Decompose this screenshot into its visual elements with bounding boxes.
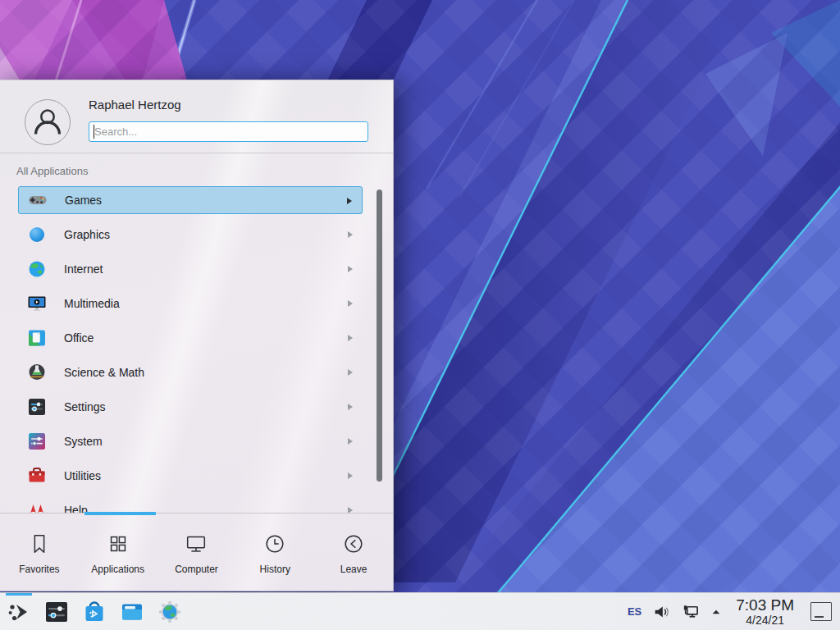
clock-time: 7:03 PM xyxy=(736,597,794,613)
app-category-system[interactable]: System xyxy=(18,427,363,455)
taskbar: ES 7:03 PM 4/24/21 xyxy=(0,592,840,630)
submenu-arrow-icon xyxy=(348,266,353,272)
digital-clock[interactable]: 7:03 PM 4/24/21 xyxy=(736,597,794,626)
kde-launcher-icon xyxy=(6,599,32,625)
tab-applications[interactable]: Applications xyxy=(79,514,158,592)
launcher-header: Raphael Hertzog xyxy=(0,80,393,153)
app-category-multimedia[interactable]: Multimedia xyxy=(18,290,363,317)
search-input[interactable] xyxy=(89,121,368,142)
browser-icon xyxy=(157,599,183,625)
tab-label: Favorites xyxy=(19,564,59,575)
taskbar-application-launcher[interactable] xyxy=(0,593,38,630)
app-category-office[interactable]: Office xyxy=(18,324,363,352)
keyboard-layout-indicator[interactable]: ES xyxy=(628,605,641,618)
section-label: All Applications xyxy=(16,165,88,177)
multimedia-icon xyxy=(27,294,47,313)
text-caret xyxy=(94,125,94,139)
app-category-label: Office xyxy=(64,331,94,345)
tab-label: Computer xyxy=(175,564,218,575)
submenu-arrow-icon xyxy=(348,300,353,307)
system-icon xyxy=(27,431,47,451)
user-name: Raphael Hertzog xyxy=(89,98,181,112)
app-category-label: System xyxy=(64,435,103,448)
history-icon xyxy=(262,532,287,556)
favorites-icon xyxy=(27,532,52,556)
submenu-arrow-icon xyxy=(348,507,353,513)
application-launcher-popup: Raphael Hertzog All Applications GamesGr… xyxy=(0,80,394,591)
app-category-label: Internet xyxy=(64,262,103,276)
internet-icon xyxy=(27,259,47,279)
app-category-graphics[interactable]: Graphics xyxy=(18,221,363,249)
submenu-arrow-icon xyxy=(348,438,353,445)
volume-icon[interactable] xyxy=(652,603,670,621)
tab-label: Leave xyxy=(340,564,368,575)
tab-leave[interactable]: Leave xyxy=(314,514,393,592)
app-category-games[interactable]: Games xyxy=(18,186,363,214)
show-desktop-button[interactable] xyxy=(810,602,832,621)
app-category-internet[interactable]: Internet xyxy=(18,255,363,283)
app-category-help[interactable]: Help xyxy=(18,496,363,513)
app-category-label: Multimedia xyxy=(64,297,120,310)
tab-history[interactable]: History xyxy=(235,514,314,592)
utilities-icon xyxy=(27,466,47,486)
tab-label: History xyxy=(260,564,290,575)
app-category-label: Games xyxy=(65,194,102,207)
app-category-label: Utilities xyxy=(64,469,101,482)
applications-icon xyxy=(106,532,130,556)
active-tab-indicator xyxy=(84,512,156,515)
submenu-arrow-icon xyxy=(348,404,353,410)
taskbar-discover[interactable] xyxy=(75,593,113,630)
taskbar-file-manager[interactable] xyxy=(113,593,151,630)
app-category-label: Graphics xyxy=(64,228,110,241)
leave-icon xyxy=(341,532,366,556)
graphics-icon xyxy=(27,225,47,244)
settings-icon xyxy=(27,397,47,417)
office-icon xyxy=(27,328,47,348)
launcher-tab-bar: FavoritesApplicationsComputerHistoryLeav… xyxy=(0,513,393,592)
tab-label: Applications xyxy=(91,564,144,575)
taskbar-web-browser[interactable] xyxy=(151,593,189,630)
tab-computer[interactable]: Computer xyxy=(158,514,236,592)
app-category-label: Science & Math xyxy=(64,366,144,379)
app-category-science-math[interactable]: Science & Math xyxy=(18,358,363,386)
active-task-indicator xyxy=(6,593,32,596)
dolphin-icon xyxy=(119,599,145,625)
show-desktop-glyph xyxy=(815,616,824,618)
network-icon[interactable] xyxy=(681,602,700,621)
app-category-label: Settings xyxy=(64,400,106,413)
taskbar-launchers xyxy=(0,593,189,630)
help-icon xyxy=(27,500,47,513)
user-icon xyxy=(26,101,69,144)
scrollbar[interactable] xyxy=(377,189,382,482)
tab-favorites[interactable]: Favorites xyxy=(0,514,79,592)
application-list: GamesGraphicsInternetMultimediaOfficeSci… xyxy=(0,179,393,513)
app-category-settings[interactable]: Settings xyxy=(18,393,363,421)
submenu-arrow-icon xyxy=(347,198,352,204)
app-category-utilities[interactable]: Utilities xyxy=(18,462,363,490)
system-settings-icon xyxy=(43,599,70,625)
discover-icon xyxy=(81,599,107,625)
submenu-arrow-icon xyxy=(348,369,353,376)
submenu-arrow-icon xyxy=(348,335,353,341)
clock-date: 4/24/21 xyxy=(746,614,784,626)
science-icon xyxy=(27,363,47,382)
submenu-arrow-icon xyxy=(348,231,353,238)
expand-tray-icon[interactable] xyxy=(710,606,722,618)
computer-icon xyxy=(184,532,208,556)
system-tray: ES 7:03 PM 4/24/21 xyxy=(628,593,840,630)
games-icon xyxy=(28,190,48,210)
taskbar-system-settings[interactable] xyxy=(38,593,75,630)
submenu-arrow-icon xyxy=(348,472,353,479)
user-avatar[interactable] xyxy=(25,99,71,145)
